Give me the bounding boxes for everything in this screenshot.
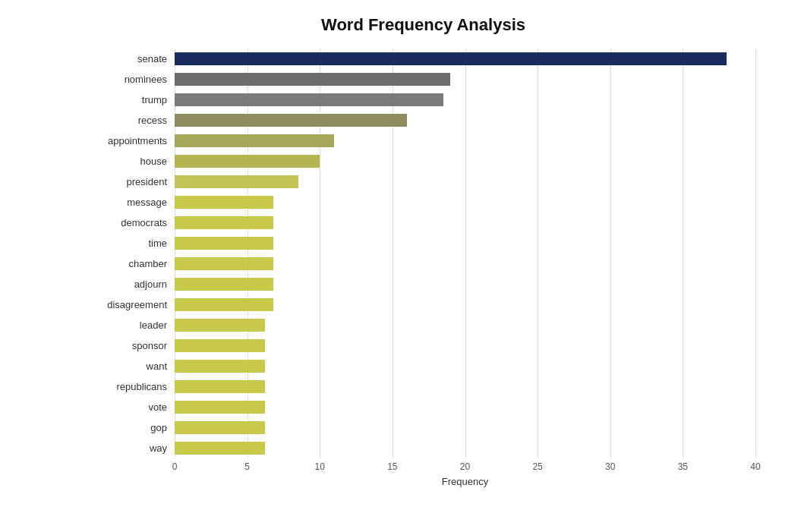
bar-label: trump: [91, 94, 175, 105]
bar-fill: [175, 175, 298, 187]
bar-fill: [175, 339, 265, 351]
bar-track: [175, 73, 755, 85]
bar-track: [175, 298, 755, 310]
bar-track: [175, 442, 755, 454]
bar-row: message: [91, 192, 755, 212]
x-axis: 0510152025303540 Frequency: [175, 458, 755, 489]
bar-row: president: [91, 172, 755, 192]
bar-track: [175, 278, 755, 290]
bar-label: senate: [91, 53, 175, 65]
bar-track: [175, 237, 755, 249]
bar-label: house: [91, 156, 175, 167]
x-tick-label: 15: [387, 461, 397, 472]
bar-row: house: [91, 151, 755, 172]
bar-fill: [175, 380, 265, 392]
bar-track: [175, 401, 755, 413]
x-tick-label: 40: [750, 461, 760, 472]
bar-fill: [175, 401, 265, 413]
grid-line: [755, 49, 756, 458]
bar-row: democrats: [91, 212, 755, 233]
bar-row: chamber: [91, 253, 755, 274]
chart-area: senatenomineestrumprecessappointmentshou…: [91, 49, 755, 489]
bar-fill: [175, 52, 727, 65]
x-axis-label: Frequency: [175, 476, 755, 487]
bar-row: recess: [91, 110, 755, 131]
bar-label: time: [91, 238, 175, 249]
x-tick-label: 20: [460, 461, 470, 472]
bar-track: [175, 175, 755, 187]
bar-track: [175, 339, 755, 351]
bar-track: [175, 257, 755, 269]
bar-label: appointments: [91, 135, 175, 146]
bar-track: [175, 134, 755, 146]
bar-track: [175, 155, 755, 167]
bar-row: leader: [91, 315, 755, 335]
bar-track: [175, 319, 755, 331]
bar-label: democrats: [91, 217, 175, 228]
x-tick-label: 30: [605, 461, 615, 472]
bar-fill: [175, 360, 265, 372]
bar-label: nominees: [91, 74, 175, 85]
bar-fill: [175, 134, 334, 146]
bar-track: [175, 52, 755, 65]
bars-wrapper: senatenomineestrumprecessappointmentshou…: [91, 49, 755, 458]
x-tick-label: 25: [532, 461, 542, 472]
bar-label: chamber: [91, 258, 175, 269]
bar-fill: [175, 319, 265, 331]
bar-fill: [175, 298, 273, 310]
bar-label: disagreement: [91, 299, 175, 310]
bar-track: [175, 216, 755, 228]
bar-fill: [175, 216, 273, 228]
bar-fill: [175, 421, 265, 433]
bar-row: gop: [91, 417, 755, 438]
bar-row: trump: [91, 90, 755, 110]
bar-row: senate: [91, 49, 755, 69]
x-tick-label: 0: [172, 461, 178, 472]
bar-label: vote: [91, 401, 175, 413]
bar-row: sponsor: [91, 335, 755, 356]
bar-track: [175, 421, 755, 433]
bar-row: time: [91, 233, 755, 253]
bar-track: [175, 360, 755, 372]
x-tick-label: 10: [315, 461, 325, 472]
bar-row: vote: [91, 397, 755, 417]
bar-track: [175, 380, 755, 392]
bar-fill: [175, 257, 273, 269]
bar-row: republicans: [91, 376, 755, 397]
bar-fill: [175, 73, 450, 85]
bar-label: want: [91, 360, 175, 372]
bar-label: leader: [91, 320, 175, 331]
x-tick-label: 5: [244, 461, 250, 472]
bar-label: message: [91, 197, 175, 208]
bar-track: [175, 114, 755, 126]
bar-label: republicans: [91, 381, 175, 392]
bar-label: recess: [91, 115, 175, 126]
bar-track: [175, 93, 755, 105]
chart-title: Word Frequency Analysis: [91, 15, 755, 35]
bar-fill: [175, 93, 443, 105]
chart-container: Word Frequency Analysis senatenomineestr…: [0, 0, 801, 532]
x-tick-label: 35: [678, 461, 688, 472]
bar-fill: [175, 237, 273, 249]
bar-row: way: [91, 438, 755, 458]
bar-row: appointments: [91, 131, 755, 151]
bar-label: way: [91, 442, 175, 454]
bar-row: nominees: [91, 69, 755, 90]
bar-row: want: [91, 356, 755, 376]
bar-label: adjourn: [91, 279, 175, 290]
bar-label: gop: [91, 422, 175, 433]
bar-label: president: [91, 176, 175, 187]
bar-fill: [175, 196, 273, 208]
bar-row: adjourn: [91, 274, 755, 294]
bar-label: sponsor: [91, 340, 175, 351]
bar-track: [175, 196, 755, 208]
bar-fill: [175, 155, 320, 167]
bar-row: disagreement: [91, 294, 755, 315]
bar-fill: [175, 442, 265, 454]
bar-fill: [175, 278, 273, 290]
bar-fill: [175, 114, 407, 126]
